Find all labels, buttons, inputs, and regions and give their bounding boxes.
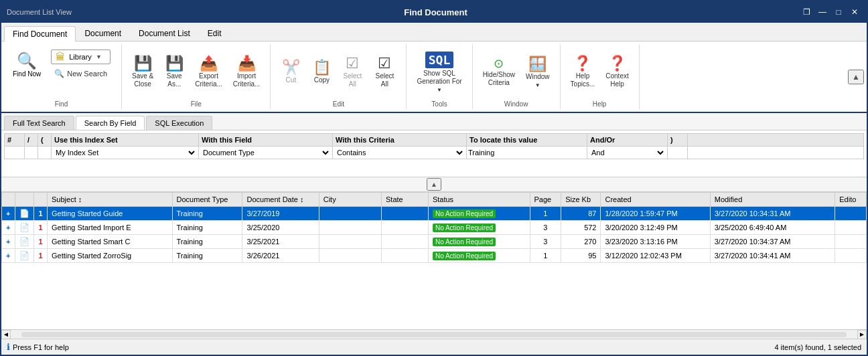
col-header-docdate[interactable]: Document Date ↕: [242, 193, 319, 207]
tab-find-document[interactable]: Find Document: [4, 26, 76, 41]
row-expand[interactable]: +: [2, 235, 15, 249]
table-row[interactable]: +📄1Getting Started ZorroSigTraining3/26/…: [2, 249, 867, 263]
close-button[interactable]: ✕: [848, 5, 861, 19]
edit-group-label: Edit: [333, 99, 344, 108]
tab-search-by-field[interactable]: Search By Field: [76, 116, 145, 130]
row-expand[interactable]: +: [2, 221, 15, 235]
row-subject: Getting Started Smart C: [48, 235, 173, 249]
window-icon: 🪟: [528, 57, 547, 72]
tools-group-label: Tools: [431, 99, 447, 108]
criteria-value-cell[interactable]: [467, 147, 587, 159]
col-criteria: With this Criteria: [333, 134, 467, 146]
ribbon-collapse-button[interactable]: ▲: [848, 70, 864, 84]
library-dropdown[interactable]: 🏛 Library ▼: [51, 50, 111, 64]
hide-show-criteria-button[interactable]: ⊙ Hide/ShowCriteria: [478, 54, 520, 90]
col-header-sizekb[interactable]: Size Kb: [561, 193, 601, 207]
criteria-value-input[interactable]: [468, 149, 585, 157]
field-select[interactable]: Document Type: [200, 148, 331, 157]
scroll-track[interactable]: [21, 332, 847, 337]
find-now-button[interactable]: 🔍 Find Now: [7, 48, 47, 81]
horizontal-scrollbar[interactable]: ◄ ►: [1, 329, 867, 339]
table-row[interactable]: +📄1Getting Started Smart CTraining3/25/2…: [2, 235, 867, 249]
col-header-editor[interactable]: Edito: [835, 193, 867, 207]
col-header-doctype[interactable]: Document Type: [172, 193, 242, 207]
row-created: 1/28/2020 1:59:47 PM: [601, 207, 710, 221]
restore-button[interactable]: ❐: [800, 5, 813, 19]
save-as-icon: 💾: [165, 56, 184, 71]
select-all-button[interactable]: ☑ SelectAll: [368, 53, 401, 92]
scroll-up-button[interactable]: ▲: [427, 178, 441, 191]
tab-document[interactable]: Document: [76, 25, 130, 41]
ribbon: 🔍 Find Now 🏛 Library ▼ 🔍 New Search: [1, 41, 867, 113]
col-header-icon2: [34, 193, 48, 207]
copy-button[interactable]: 📋 Copy: [307, 57, 336, 88]
col-header-modified[interactable]: Modified: [710, 193, 835, 207]
save-close-label: Save &Close: [132, 72, 153, 88]
row-sizekb: 572: [561, 221, 601, 235]
criteria-open-paren: [38, 147, 52, 159]
results-scroll[interactable]: Subject ↕ Document Type Document Date ↕ …: [1, 192, 867, 329]
export-criteria-button[interactable]: 📤 ExportCriteria...: [190, 53, 227, 92]
cut-button[interactable]: ✂️ Cut: [276, 57, 305, 88]
criteria-select[interactable]: Contains: [334, 148, 465, 157]
show-sql-button[interactable]: SQL Show SQLGeneration For ▼: [412, 48, 466, 96]
library-icon: 🏛: [56, 52, 65, 62]
show-sql-arrow: ▼: [437, 87, 442, 93]
save-close-button[interactable]: 💾 Save &Close: [127, 53, 158, 92]
row-subject: Getting Started ZorroSig: [48, 249, 173, 263]
row-city: [319, 249, 381, 263]
row-created: 3/12/2020 12:02:43 PM: [601, 249, 710, 263]
criteria-row: My Index Set Document Type Contains And …: [4, 147, 864, 159]
help-topics-button[interactable]: ❓ HelpTopics...: [566, 53, 600, 92]
import-criteria-label: ImportCriteria...: [233, 72, 261, 88]
tab-full-text-search[interactable]: Full Text Search: [4, 116, 74, 130]
select-all-top-button[interactable]: ☑ SelectAll: [338, 53, 367, 92]
criteria-criteria-cell[interactable]: Contains: [333, 147, 467, 159]
row-num: 1: [34, 235, 48, 249]
new-search-button[interactable]: 🔍 New Search: [51, 67, 111, 80]
file-group-label: File: [191, 99, 202, 108]
table-row[interactable]: +📄1Getting Started GuideTraining3/27/201…: [2, 207, 867, 221]
row-expand[interactable]: +: [2, 249, 15, 263]
row-docdate: 3/25/2020: [242, 221, 319, 235]
col-header-subject[interactable]: Subject ↕: [48, 193, 173, 207]
row-expand[interactable]: +: [2, 207, 15, 221]
tab-document-list[interactable]: Document List: [130, 25, 199, 41]
col-header-state[interactable]: State: [381, 193, 428, 207]
maximize-button[interactable]: □: [832, 5, 845, 19]
sql-icon: SQL: [425, 52, 454, 68]
tools-items: SQL Show SQLGeneration For ▼: [412, 46, 466, 99]
find-now-label: Find Now: [13, 70, 41, 78]
criteria-slash: [25, 147, 38, 159]
index-set-select[interactable]: My Index Set: [53, 148, 197, 157]
scroll-left-button[interactable]: ◄: [1, 330, 11, 339]
col-header-city[interactable]: City: [319, 193, 381, 207]
find-group-label: Find: [55, 99, 68, 108]
scroll-right-button[interactable]: ►: [857, 330, 867, 339]
col-header-status[interactable]: Status: [428, 193, 530, 207]
import-criteria-button[interactable]: 📥 ImportCriteria...: [228, 53, 265, 92]
table-row[interactable]: +📄1Getting Started Import ETraining3/25/…: [2, 221, 867, 235]
window-group-label: Window: [504, 99, 528, 108]
criteria-field-cell[interactable]: Document Type: [199, 147, 333, 159]
export-criteria-icon: 📤: [200, 56, 218, 71]
row-status: No Action Required: [428, 221, 530, 235]
criteria-index-set-cell[interactable]: My Index Set: [52, 147, 199, 159]
context-help-button[interactable]: ❓ ContextHelp: [601, 53, 633, 92]
tab-sql-execution[interactable]: SQL Execution: [146, 116, 212, 130]
col-header-page[interactable]: Page: [530, 193, 561, 207]
col-close-paren: ): [668, 134, 688, 146]
row-modified: 3/27/2020 10:34:37 AM: [710, 235, 835, 249]
window-button[interactable]: 🪟 Window ▼: [521, 54, 555, 92]
save-as-button[interactable]: 💾 SaveAs...: [159, 53, 189, 92]
show-sql-label: Show SQLGeneration For: [417, 70, 461, 86]
col-header-created[interactable]: Created: [601, 193, 710, 207]
minimize-button[interactable]: —: [816, 5, 829, 19]
row-doctype: Training: [172, 207, 242, 221]
andor-select[interactable]: And Or: [589, 148, 666, 157]
ribbon-group-help: ❓ HelpTopics... ❓ ContextHelp Help: [561, 44, 640, 109]
sort-icon2: ↕: [300, 195, 304, 203]
criteria-andor-cell[interactable]: And Or: [587, 147, 668, 159]
file-items: 💾 Save &Close 💾 SaveAs... 📤 ExportCriter…: [127, 46, 265, 99]
tab-edit[interactable]: Edit: [199, 25, 230, 41]
